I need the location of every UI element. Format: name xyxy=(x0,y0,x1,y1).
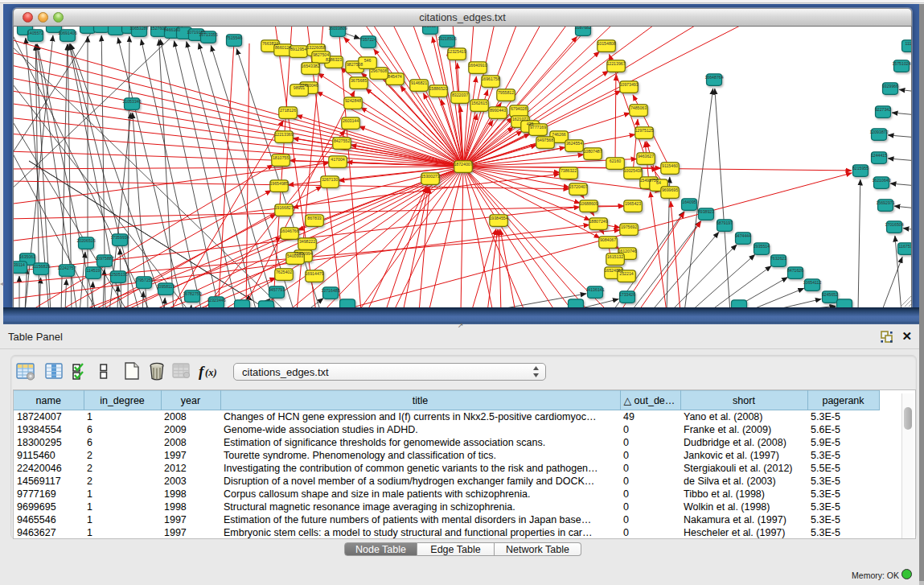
svg-text:16210643: 16210643 xyxy=(872,178,890,183)
svg-text:16640910: 16640910 xyxy=(468,63,487,68)
svg-text:8215955: 8215955 xyxy=(852,166,869,171)
svg-text:20691406: 20691406 xyxy=(58,31,76,35)
svg-text:6466160: 6466160 xyxy=(164,27,180,32)
svg-text:14136141: 14136141 xyxy=(585,287,604,292)
svg-text:1810755: 1810755 xyxy=(273,155,289,160)
svg-text:12213967: 12213967 xyxy=(606,61,625,66)
svg-text:15751024: 15751024 xyxy=(892,61,910,66)
svg-text:9463627: 9463627 xyxy=(638,154,654,159)
svg-text:16961758: 16961758 xyxy=(481,76,499,81)
svg-text:10973493: 10973493 xyxy=(619,82,638,87)
svg-text:19384554: 19384554 xyxy=(489,216,507,220)
svg-text:9245652: 9245652 xyxy=(822,292,838,297)
svg-text:2935514: 2935514 xyxy=(754,244,770,249)
svg-text:8471626: 8471626 xyxy=(787,268,803,273)
svg-text:2087682: 2087682 xyxy=(575,27,591,30)
svg-text:19654985: 19654985 xyxy=(269,181,288,186)
svg-text:7515546: 7515546 xyxy=(226,35,242,40)
svg-text:8427552: 8427552 xyxy=(334,138,350,143)
svg-text:9084067: 9084067 xyxy=(600,237,616,242)
svg-text:1405572: 1405572 xyxy=(27,31,43,35)
svg-text:8660124: 8660124 xyxy=(275,45,291,50)
svg-text:1117: 1117 xyxy=(906,41,912,46)
svg-text:10958117: 10958117 xyxy=(157,284,175,289)
svg-text:5400993: 5400993 xyxy=(287,253,303,258)
svg-text:9227342: 9227342 xyxy=(875,107,891,112)
svg-text:8990443: 8990443 xyxy=(490,108,506,113)
svg-text:9827504: 9827504 xyxy=(313,52,329,57)
svg-text:16914479: 16914479 xyxy=(305,271,323,276)
svg-text:1244415: 1244415 xyxy=(871,153,887,158)
svg-text:6879197: 6879197 xyxy=(717,220,733,225)
svg-text:12323446: 12323446 xyxy=(207,298,225,303)
svg-text:15300273: 15300273 xyxy=(421,174,439,179)
svg-text:8186323: 8186323 xyxy=(326,57,342,62)
svg-text:6794028: 6794028 xyxy=(511,106,527,111)
svg-text:15692971: 15692971 xyxy=(876,200,894,205)
svg-text:10807487: 10807487 xyxy=(583,149,602,154)
svg-text:546: 546 xyxy=(364,58,372,63)
svg-text:10025438: 10025438 xyxy=(623,168,642,173)
svg-text:746266: 746266 xyxy=(552,132,565,137)
svg-text:1733426: 1733426 xyxy=(619,292,635,297)
svg-text:15886520: 15886520 xyxy=(429,86,447,91)
svg-text:252214: 252214 xyxy=(619,271,633,276)
svg-text:10154808: 10154808 xyxy=(597,41,615,46)
svg-text:114519: 114519 xyxy=(87,268,101,273)
svg-text:10653287: 10653287 xyxy=(129,27,148,31)
svg-text:16543382: 16543382 xyxy=(301,64,319,68)
svg-text:9146821: 9146821 xyxy=(411,80,427,85)
svg-text:12975125: 12975125 xyxy=(634,128,653,133)
svg-text:9115460: 9115460 xyxy=(662,163,678,168)
svg-text:f: f xyxy=(199,363,205,380)
svg-text:3624554: 3624554 xyxy=(566,141,582,146)
svg-text:10654112: 10654112 xyxy=(803,280,822,285)
svg-text:6497568: 6497568 xyxy=(537,138,553,142)
svg-text:3267130: 3267130 xyxy=(322,177,338,182)
svg-text:1975692: 1975692 xyxy=(621,225,637,229)
svg-text:845474: 845474 xyxy=(388,74,401,79)
svg-text:8813054: 8813054 xyxy=(422,27,438,28)
svg-text:116753: 116753 xyxy=(899,244,912,249)
svg-text:2718126: 2718126 xyxy=(280,108,296,113)
svg-text:7955812: 7955812 xyxy=(498,90,514,95)
svg-text:16782759: 16782759 xyxy=(183,291,201,296)
svg-text:17359934: 17359934 xyxy=(110,235,129,240)
svg-text:62160: 62160 xyxy=(610,159,622,163)
svg-text:18724007: 18724007 xyxy=(454,162,472,167)
svg-text:16046766: 16046766 xyxy=(280,229,298,233)
svg-text:(x): (x) xyxy=(205,367,217,378)
svg-text:417004: 417004 xyxy=(331,157,344,162)
svg-text:9699695: 9699695 xyxy=(662,187,678,192)
svg-text:9329966: 9329966 xyxy=(882,84,898,89)
svg-text:1615132: 1615132 xyxy=(607,254,623,259)
svg-text:17016504: 17016504 xyxy=(885,222,903,227)
svg-text:1965423: 1965423 xyxy=(625,201,641,206)
svg-text:8322037: 8322037 xyxy=(452,93,468,97)
svg-text:8938923: 8938923 xyxy=(698,209,714,214)
svg-text:15720407: 15720407 xyxy=(569,184,587,189)
svg-text:1562615: 1562615 xyxy=(471,101,487,105)
svg-text:12093872: 12093872 xyxy=(869,130,888,134)
svg-text:13226058: 13226058 xyxy=(306,45,325,50)
svg-text:12505135: 12505135 xyxy=(109,272,127,277)
svg-text:7386322: 7386322 xyxy=(561,168,577,173)
svg-text:10975887: 10975887 xyxy=(95,256,113,261)
svg-text:11156829: 11156829 xyxy=(32,264,50,269)
svg-text:9827508: 9827508 xyxy=(347,62,363,67)
svg-text:9474444: 9474444 xyxy=(735,233,751,238)
svg-text:12242757: 12242757 xyxy=(57,266,76,270)
svg-text:9777169: 9777169 xyxy=(530,125,546,130)
svg-text:3498222: 3498222 xyxy=(299,239,315,244)
svg-text:64: 64 xyxy=(656,180,661,185)
svg-text:3675685: 3675685 xyxy=(351,78,367,83)
svg-text:39114: 39114 xyxy=(14,262,25,267)
svg-text:8912954: 8912954 xyxy=(290,47,306,51)
svg-text:18807249: 18807249 xyxy=(589,219,607,224)
svg-text:9457791: 9457791 xyxy=(269,287,285,292)
svg-text:16648764: 16648764 xyxy=(704,75,723,80)
svg-text:19166827: 19166827 xyxy=(274,205,293,210)
svg-text:98901: 98901 xyxy=(294,85,306,90)
svg-text:10688609: 10688609 xyxy=(579,201,598,206)
svg-text:7357224: 7357224 xyxy=(360,37,376,42)
